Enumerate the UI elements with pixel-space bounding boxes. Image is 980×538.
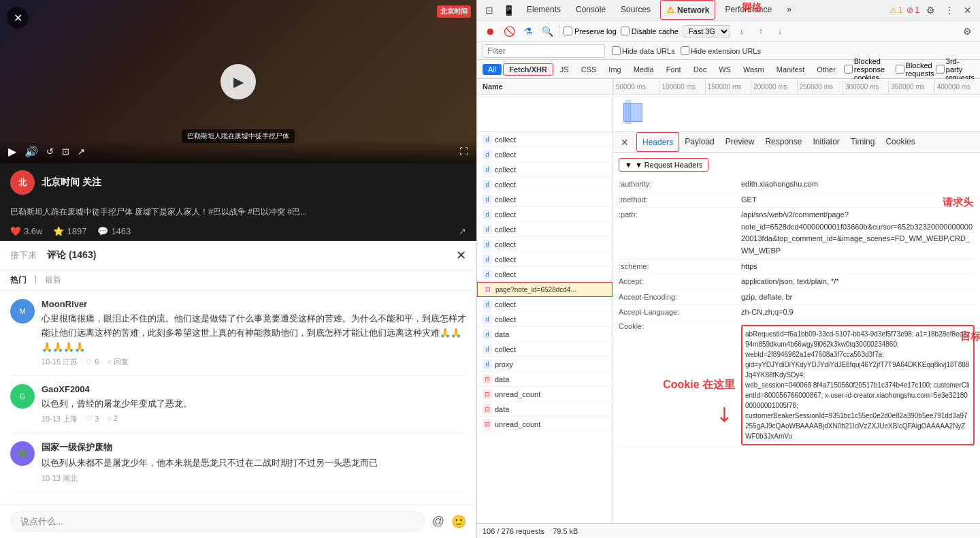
sort-hot[interactable]: 热门 (10, 274, 27, 286)
settings-button[interactable]: ⚙ (924, 3, 938, 17)
like-count[interactable]: ❤️ 3.6w (10, 226, 42, 236)
tab-payload[interactable]: Payload (679, 132, 719, 152)
close-comments-button[interactable]: ✕ (456, 248, 466, 263)
target-request-item[interactable]: ⊡ page?note_id=6528dcd4... (477, 282, 612, 297)
filter-doc[interactable]: Doc (688, 64, 713, 75)
list-item[interactable]: ddata (477, 327, 612, 342)
tab-sources[interactable]: Sources (615, 0, 656, 20)
hide-data-urls-checkbox[interactable] (612, 46, 621, 55)
filter-js[interactable]: JS (555, 64, 574, 75)
filter-media[interactable]: Media (628, 64, 659, 75)
request-headers-section[interactable]: ▼ ▼ Request Headers (619, 158, 708, 172)
share-button[interactable]: ↗ (78, 146, 85, 157)
hide-ext-urls-checkbox[interactable] (681, 46, 689, 55)
fullscreen-button[interactable]: ⛶ (459, 146, 468, 157)
tab-cookies[interactable]: Cookies (880, 132, 920, 152)
tab-timing[interactable]: Timing (845, 132, 881, 152)
list-item[interactable]: dcollect (477, 207, 612, 222)
devtools-device-button[interactable]: 📱 (500, 3, 517, 17)
play-button[interactable]: ▶ (220, 64, 256, 99)
export-button[interactable]: ↓ (772, 24, 787, 39)
tab-comments[interactable]: 评论 (1463) (47, 249, 96, 262)
list-item[interactable]: dcollect (477, 162, 612, 177)
list-item[interactable]: dcollect (477, 237, 612, 252)
filter-font[interactable]: Font (661, 64, 687, 75)
list-item[interactable]: dcollect (477, 192, 612, 207)
disable-cache-label: Disable cache (621, 27, 679, 35)
emoji-button[interactable]: 🙂 (451, 514, 466, 529)
blocked-response-checkbox[interactable] (844, 65, 853, 74)
list-item[interactable]: ⊡unread_count (477, 417, 612, 432)
throttle-select[interactable]: Fast 3G (683, 25, 730, 37)
network-settings-button[interactable]: ⚙ (960, 25, 975, 38)
tab-preview[interactable]: Preview (720, 132, 760, 152)
list-item[interactable]: dcollect (477, 177, 612, 192)
comment-like-button[interactable]: ♡ 3 (86, 414, 99, 424)
list-item[interactable]: ⊡unread_count (477, 387, 612, 402)
doc-icon: d (483, 150, 492, 159)
star-count[interactable]: ⭐ 1897 (53, 226, 86, 236)
preserve-log-checkbox[interactable] (564, 27, 572, 35)
comment-reply-button[interactable]: ○ 2 (107, 414, 118, 424)
preserve-log-label: Preserve log (564, 27, 617, 35)
filter-input[interactable] (483, 44, 605, 58)
close-details-button[interactable]: ✕ (619, 136, 631, 148)
record-button[interactable]: ⏺ (483, 24, 497, 39)
list-item[interactable]: dcollect (477, 222, 612, 237)
list-item[interactable]: dcollect (477, 267, 612, 282)
filter-css[interactable]: CSS (576, 64, 602, 75)
doc-icon: d (483, 240, 492, 249)
tab-more[interactable]: » (781, 0, 797, 20)
list-item[interactable]: ⊡data (477, 402, 612, 417)
network-conditions-button[interactable]: ↕ (734, 24, 749, 39)
filter-ws[interactable]: WS (713, 64, 736, 75)
clear-button[interactable]: 🚫 (502, 24, 517, 39)
tab-jiejia[interactable]: 接下来 (10, 249, 37, 262)
at-button[interactable]: @ (432, 514, 444, 528)
tab-console[interactable]: Console (570, 0, 611, 20)
disable-cache-checkbox[interactable] (621, 27, 630, 35)
blocked-requests-checkbox[interactable] (896, 65, 904, 74)
more-button[interactable]: ⋮ (942, 3, 957, 17)
header-val: zh-CN,zh;q=0.9 (741, 306, 975, 319)
filter-wasm[interactable]: Wasm (738, 64, 770, 75)
list-item[interactable]: ⊡data (477, 372, 612, 387)
search-button[interactable]: 🔍 (540, 24, 555, 39)
comment-like-button[interactable]: ♡ 6 (86, 357, 99, 367)
filter-all[interactable]: All (483, 64, 502, 75)
comment-count[interactable]: 💬 1463 (97, 226, 131, 236)
devtools-inspect-button[interactable]: ⊡ (483, 3, 496, 17)
sort-latest[interactable]: 最新 (45, 274, 61, 286)
filter-button[interactable]: ⚗ (521, 24, 536, 39)
third-party-checkbox[interactable] (936, 65, 945, 74)
comment-input[interactable] (10, 511, 425, 531)
doc-icon: d (483, 255, 492, 264)
video-close-button[interactable]: ✕ (7, 7, 29, 29)
import-button[interactable]: ↑ (753, 24, 768, 39)
list-item[interactable]: dcollect (477, 342, 612, 357)
filter-other[interactable]: Other (811, 64, 841, 75)
rewind-button[interactable]: ↺ (46, 146, 54, 157)
tab-initiator[interactable]: Initiator (807, 132, 845, 152)
filter-fetch-xhr[interactable]: Fetch/XHR (503, 63, 553, 76)
filter-manifest[interactable]: Manifest (771, 64, 811, 75)
list-item[interactable]: dcollect (477, 297, 612, 312)
list-item[interactable]: dcollect (477, 147, 612, 162)
list-item[interactable]: dcollect (477, 132, 612, 147)
play-pause-button[interactable]: ▶ (8, 145, 16, 158)
filter-img[interactable]: Img (603, 64, 626, 75)
list-item[interactable]: dcollect (477, 252, 612, 267)
comment-reply-button[interactable]: ○ 回复 (107, 357, 129, 367)
close-devtools-button[interactable]: ✕ (961, 3, 975, 17)
captions-button[interactable]: ⊡ (62, 146, 69, 157)
volume-button[interactable]: 🔊 (24, 145, 38, 158)
user-name[interactable]: 北京时间 关注 (42, 176, 101, 189)
share-button-small[interactable]: ↗ (459, 226, 466, 236)
list-item[interactable]: dcollect (477, 312, 612, 327)
list-item[interactable]: dproxy (477, 357, 612, 372)
tab-network[interactable]: ⚠ Network (660, 0, 715, 20)
tab-response[interactable]: Response (760, 132, 807, 152)
tab-headers[interactable]: Headers (636, 132, 679, 152)
tab-elements[interactable]: Elements (521, 0, 566, 20)
tab-performance[interactable]: Performance (719, 0, 777, 20)
